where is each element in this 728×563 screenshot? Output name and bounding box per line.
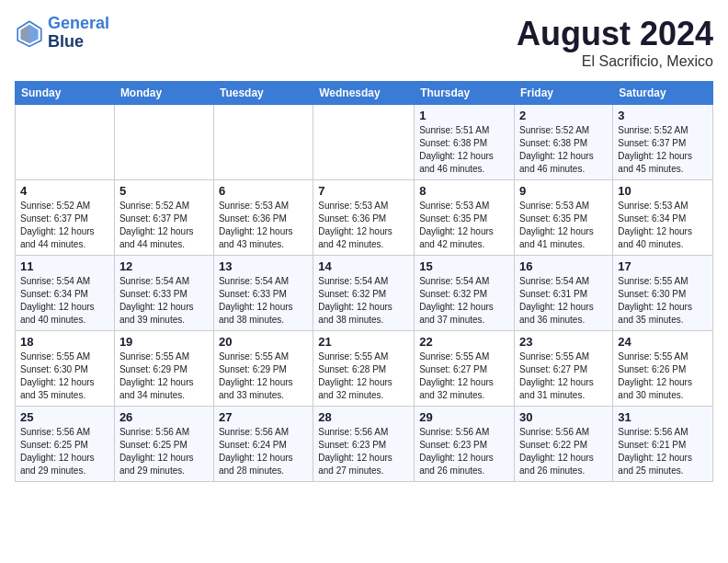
day-number: 21 [318, 335, 409, 349]
calendar-week-2: 4Sunrise: 5:52 AM Sunset: 6:37 PM Daylig… [16, 180, 713, 256]
day-info: Sunrise: 5:55 AM Sunset: 6:29 PM Dayligh… [119, 350, 209, 402]
day-info: Sunrise: 5:54 AM Sunset: 6:34 PM Dayligh… [20, 275, 109, 327]
calendar-cell: 8Sunrise: 5:53 AM Sunset: 6:35 PM Daylig… [415, 180, 515, 256]
day-info: Sunrise: 5:52 AM Sunset: 6:37 PM Dayligh… [618, 124, 708, 176]
day-number: 14 [318, 259, 409, 273]
calendar-cell [313, 105, 415, 180]
day-number: 18 [20, 335, 109, 349]
day-info: Sunrise: 5:54 AM Sunset: 6:33 PM Dayligh… [219, 275, 308, 327]
day-number: 6 [219, 184, 308, 198]
calendar-cell [213, 105, 313, 180]
calendar-week-4: 18Sunrise: 5:55 AM Sunset: 6:30 PM Dayli… [16, 331, 713, 407]
calendar-cell: 27Sunrise: 5:56 AM Sunset: 6:24 PM Dayli… [213, 407, 313, 482]
day-info: Sunrise: 5:55 AM Sunset: 6:29 PM Dayligh… [219, 350, 308, 402]
calendar-cell: 26Sunrise: 5:56 AM Sunset: 6:25 PM Dayli… [114, 407, 213, 482]
day-info: Sunrise: 5:55 AM Sunset: 6:28 PM Dayligh… [318, 350, 409, 402]
day-number: 17 [618, 259, 708, 273]
calendar-cell: 13Sunrise: 5:54 AM Sunset: 6:33 PM Dayli… [213, 256, 313, 331]
calendar-cell: 5Sunrise: 5:52 AM Sunset: 6:37 PM Daylig… [114, 180, 213, 256]
day-number: 11 [20, 259, 109, 273]
location-subtitle: El Sacrificio, Mexico [517, 53, 713, 70]
header-thursday: Thursday [415, 82, 515, 105]
calendar-cell: 23Sunrise: 5:55 AM Sunset: 6:27 PM Dayli… [515, 331, 613, 407]
calendar-cell: 11Sunrise: 5:54 AM Sunset: 6:34 PM Dayli… [16, 256, 115, 331]
day-info: Sunrise: 5:56 AM Sunset: 6:21 PM Dayligh… [618, 426, 708, 477]
day-number: 30 [519, 410, 608, 424]
day-info: Sunrise: 5:54 AM Sunset: 6:33 PM Dayligh… [119, 275, 209, 327]
day-info: Sunrise: 5:54 AM Sunset: 6:32 PM Dayligh… [419, 275, 509, 327]
calendar-cell: 24Sunrise: 5:55 AM Sunset: 6:26 PM Dayli… [613, 331, 713, 407]
day-info: Sunrise: 5:53 AM Sunset: 6:36 PM Dayligh… [219, 200, 308, 251]
day-info: Sunrise: 5:55 AM Sunset: 6:30 PM Dayligh… [618, 275, 708, 327]
day-info: Sunrise: 5:52 AM Sunset: 6:38 PM Dayligh… [519, 124, 608, 176]
calendar-cell: 7Sunrise: 5:53 AM Sunset: 6:36 PM Daylig… [313, 180, 415, 256]
calendar-cell: 4Sunrise: 5:52 AM Sunset: 6:37 PM Daylig… [16, 180, 115, 256]
page-header: GeneralBlue August 2024 El Sacrificio, M… [15, 15, 713, 70]
header-wednesday: Wednesday [313, 82, 415, 105]
calendar-cell: 17Sunrise: 5:55 AM Sunset: 6:30 PM Dayli… [613, 256, 713, 331]
day-info: Sunrise: 5:55 AM Sunset: 6:30 PM Dayligh… [20, 350, 109, 402]
calendar-cell: 21Sunrise: 5:55 AM Sunset: 6:28 PM Dayli… [313, 331, 415, 407]
day-number: 22 [419, 335, 509, 349]
calendar-week-5: 25Sunrise: 5:56 AM Sunset: 6:25 PM Dayli… [16, 407, 713, 482]
day-info: Sunrise: 5:52 AM Sunset: 6:37 PM Dayligh… [20, 200, 109, 251]
day-info: Sunrise: 5:56 AM Sunset: 6:24 PM Dayligh… [219, 426, 308, 477]
title-block: August 2024 El Sacrificio, Mexico [517, 15, 713, 70]
day-info: Sunrise: 5:53 AM Sunset: 6:36 PM Dayligh… [318, 200, 409, 251]
calendar-cell: 22Sunrise: 5:55 AM Sunset: 6:27 PM Dayli… [415, 331, 515, 407]
day-number: 27 [219, 410, 308, 424]
logo-icon [15, 18, 44, 48]
day-number: 29 [419, 410, 509, 424]
day-info: Sunrise: 5:55 AM Sunset: 6:26 PM Dayligh… [618, 350, 708, 402]
day-info: Sunrise: 5:56 AM Sunset: 6:25 PM Dayligh… [20, 426, 109, 477]
day-info: Sunrise: 5:52 AM Sunset: 6:37 PM Dayligh… [119, 200, 209, 251]
day-number: 28 [318, 410, 409, 424]
calendar-cell: 2Sunrise: 5:52 AM Sunset: 6:38 PM Daylig… [515, 105, 613, 180]
day-number: 19 [119, 335, 209, 349]
calendar-cell: 20Sunrise: 5:55 AM Sunset: 6:29 PM Dayli… [213, 331, 313, 407]
day-number: 4 [20, 184, 109, 198]
calendar-cell: 6Sunrise: 5:53 AM Sunset: 6:36 PM Daylig… [213, 180, 313, 256]
day-number: 25 [20, 410, 109, 424]
header-friday: Friday [515, 82, 613, 105]
day-info: Sunrise: 5:54 AM Sunset: 6:31 PM Dayligh… [519, 275, 608, 327]
calendar-cell: 12Sunrise: 5:54 AM Sunset: 6:33 PM Dayli… [114, 256, 213, 331]
day-number: 1 [419, 109, 509, 122]
day-number: 24 [618, 335, 708, 349]
header-monday: Monday [114, 82, 213, 105]
calendar-cell [16, 105, 115, 180]
calendar-cell: 16Sunrise: 5:54 AM Sunset: 6:31 PM Dayli… [515, 256, 613, 331]
calendar-header-row: SundayMondayTuesdayWednesdayThursdayFrid… [16, 82, 713, 105]
logo: GeneralBlue [15, 15, 109, 52]
calendar-cell [114, 105, 213, 180]
day-number: 5 [119, 184, 209, 198]
day-info: Sunrise: 5:55 AM Sunset: 6:27 PM Dayligh… [419, 350, 509, 402]
month-year-title: August 2024 [517, 15, 713, 53]
calendar-cell: 19Sunrise: 5:55 AM Sunset: 6:29 PM Dayli… [114, 331, 213, 407]
day-info: Sunrise: 5:53 AM Sunset: 6:34 PM Dayligh… [618, 200, 708, 251]
day-number: 31 [618, 410, 708, 424]
day-number: 12 [119, 259, 209, 273]
day-number: 20 [219, 335, 308, 349]
calendar-week-1: 1Sunrise: 5:51 AM Sunset: 6:38 PM Daylig… [16, 105, 713, 180]
calendar-cell: 30Sunrise: 5:56 AM Sunset: 6:22 PM Dayli… [515, 407, 613, 482]
calendar-cell: 10Sunrise: 5:53 AM Sunset: 6:34 PM Dayli… [613, 180, 713, 256]
calendar-cell: 25Sunrise: 5:56 AM Sunset: 6:25 PM Dayli… [16, 407, 115, 482]
header-saturday: Saturday [613, 82, 713, 105]
calendar-cell: 29Sunrise: 5:56 AM Sunset: 6:23 PM Dayli… [415, 407, 515, 482]
calendar-cell: 14Sunrise: 5:54 AM Sunset: 6:32 PM Dayli… [313, 256, 415, 331]
day-number: 13 [219, 259, 308, 273]
day-number: 10 [618, 184, 708, 198]
day-number: 8 [419, 184, 509, 198]
calendar-cell: 18Sunrise: 5:55 AM Sunset: 6:30 PM Dayli… [16, 331, 115, 407]
calendar-cell: 15Sunrise: 5:54 AM Sunset: 6:32 PM Dayli… [415, 256, 515, 331]
day-number: 2 [519, 109, 608, 122]
logo-text: GeneralBlue [48, 15, 109, 52]
calendar-cell: 28Sunrise: 5:56 AM Sunset: 6:23 PM Dayli… [313, 407, 415, 482]
day-info: Sunrise: 5:53 AM Sunset: 6:35 PM Dayligh… [419, 200, 509, 251]
calendar-cell: 9Sunrise: 5:53 AM Sunset: 6:35 PM Daylig… [515, 180, 613, 256]
day-info: Sunrise: 5:51 AM Sunset: 6:38 PM Dayligh… [419, 124, 509, 176]
day-info: Sunrise: 5:56 AM Sunset: 6:23 PM Dayligh… [419, 426, 509, 477]
calendar-table: SundayMondayTuesdayWednesdayThursdayFrid… [15, 81, 713, 482]
calendar-cell: 3Sunrise: 5:52 AM Sunset: 6:37 PM Daylig… [613, 105, 713, 180]
